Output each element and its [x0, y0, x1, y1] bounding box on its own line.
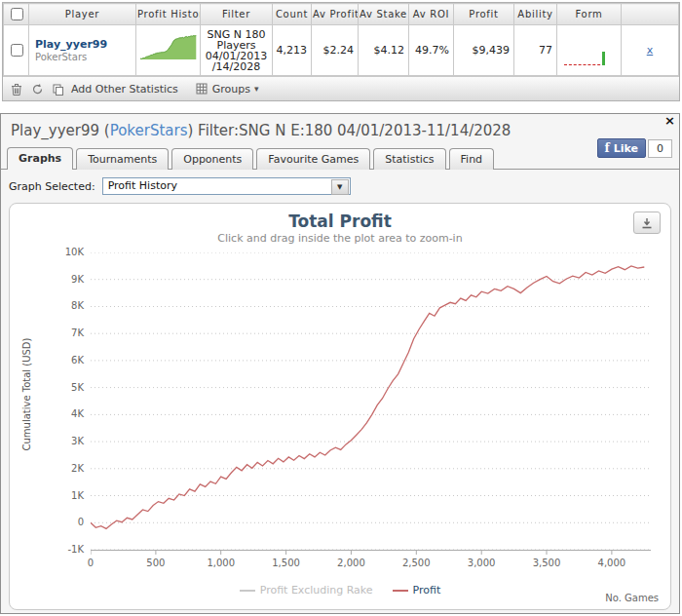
y-tick-label: 5K — [33, 382, 84, 393]
legend-profit[interactable]: Profit — [393, 584, 441, 597]
facebook-like-button[interactable]: f Like — [597, 138, 646, 158]
col-av-roi[interactable]: Av ROI — [409, 4, 454, 25]
remove-cell: x — [622, 25, 679, 76]
like-count: 0 — [648, 139, 672, 158]
download-icon — [641, 217, 653, 229]
plot-area[interactable]: Cumulative Total (USD) -1K01K2K3K4K5K6K7… — [18, 252, 663, 574]
select-all-checkbox[interactable] — [11, 8, 23, 20]
y-tick-label: 2K — [33, 463, 84, 474]
title-rest: ) Filter:SNG N E:180 04/01/2013-11/14/20… — [187, 122, 511, 139]
col-av-stake[interactable]: Av Stake — [359, 4, 409, 25]
panel-title: Play_yyer99 (PokerStars) Filter:SNG N E:… — [1, 114, 679, 144]
player-cell[interactable]: Play_yyer99 PokerStars — [29, 25, 136, 76]
y-tick-label: 1K — [33, 490, 84, 501]
col-av-profit[interactable]: Av Profit — [312, 4, 359, 25]
profit-value: $9,439 — [454, 25, 514, 76]
download-chart-button[interactable] — [633, 212, 661, 234]
x-axis-title: No. Games — [605, 593, 659, 603]
y-tick-label: 6K — [33, 355, 84, 366]
tab-opponents[interactable]: Opponents — [171, 148, 253, 170]
x-tick-label: 3,000 — [457, 558, 506, 568]
row-checkbox[interactable] — [11, 44, 23, 57]
facebook-icon: f — [605, 141, 610, 155]
y-axis-title: Cumulative Total (USD) — [21, 331, 32, 458]
legend-profit-excluding-rake[interactable]: Profit Excluding Rake — [240, 584, 373, 597]
player-name[interactable]: Play_yyer99 — [35, 38, 134, 51]
groups-button[interactable]: Groups ▾ — [195, 82, 259, 96]
profit-chart[interactable]: Total Profit Click and drag inside the p… — [9, 203, 671, 610]
tab-graphs[interactable]: Graphs — [7, 147, 73, 170]
close-icon[interactable]: × — [664, 114, 675, 127]
av-stake-value: $4.12 — [359, 25, 409, 76]
y-tick-label: 4K — [33, 408, 84, 419]
form-chart — [564, 45, 613, 70]
facebook-like-widget: f Like 0 — [597, 138, 672, 158]
copy-icon[interactable] — [51, 82, 64, 96]
form-green-bar — [602, 52, 605, 65]
chart-title: Total Profit — [18, 212, 663, 231]
remove-row-link[interactable]: x — [647, 44, 654, 57]
groups-label: Groups — [212, 83, 250, 96]
x-tick-label: 2,500 — [392, 558, 440, 568]
graph-select-dropdown[interactable]: Profit History ▼ — [102, 177, 351, 195]
av-roi-value: 49.7% — [409, 25, 454, 76]
filter-line: Players — [202, 40, 271, 51]
refresh-icon[interactable] — [30, 82, 44, 96]
profit-history-sparkline — [139, 34, 198, 63]
dropdown-arrow-icon: ▼ — [331, 179, 349, 195]
x-tick-label: 4,000 — [587, 558, 636, 568]
player-site: PokerStars — [35, 52, 134, 62]
add-other-statistics-button[interactable]: Add Other Statistics — [71, 83, 178, 96]
col-form[interactable]: Form — [557, 4, 622, 25]
col-profit[interactable]: Profit — [454, 4, 514, 25]
tab-bar: Graphs Tournaments Opponents Favourite G… — [1, 144, 679, 170]
row-select-cell — [4, 25, 29, 76]
form-dashed-line — [564, 64, 605, 65]
col-count[interactable]: Count — [273, 4, 312, 25]
table-row[interactable]: Play_yyer99 PokerStars SNG N 180 Players… — [4, 25, 679, 76]
form-cell — [557, 25, 622, 76]
tab-favourite-games[interactable]: Favourite Games — [256, 148, 370, 170]
y-tick-label: 7K — [33, 327, 84, 338]
x-tick-label: 3,500 — [522, 558, 571, 568]
filter-cell: SNG N 180 Players 04/01/2013 /14/2028 — [201, 25, 273, 76]
profit-history-cell[interactable] — [136, 25, 201, 76]
y-tick-label: 10K — [33, 247, 84, 257]
plot-svg — [91, 252, 654, 566]
title-player: Play_yyer99 — [11, 122, 99, 139]
col-ability[interactable]: Ability — [514, 4, 557, 25]
like-label: Like — [614, 142, 638, 155]
graph-selected-label: Graph Selected: — [9, 180, 95, 193]
legend-label: Profit — [413, 584, 441, 597]
col-profit-history[interactable]: Profit Histor — [136, 4, 201, 25]
col-player[interactable]: Player — [29, 4, 136, 25]
x-tick-label: 1,000 — [197, 558, 246, 568]
av-profit-value: $2.24 — [312, 25, 359, 76]
graph-select-row: Graph Selected: Profit History ▼ — [1, 170, 679, 199]
col-filter[interactable]: Filter — [201, 4, 273, 25]
graph-select-value: Profit History — [103, 179, 177, 192]
header-select-all — [4, 4, 29, 25]
legend-label: Profit Excluding Rake — [260, 584, 373, 597]
grid-icon — [195, 82, 208, 96]
legend-swatch — [240, 590, 255, 592]
x-tick-label: 500 — [132, 558, 180, 568]
tab-tournaments[interactable]: Tournaments — [76, 148, 169, 170]
tab-statistics[interactable]: Statistics — [373, 148, 445, 170]
chart-legend: Profit Excluding Rake Profit — [18, 584, 663, 597]
x-tick-label: 2,000 — [326, 558, 375, 568]
count-value: 4,213 — [273, 25, 312, 76]
results-table: Player Profit Histor Filter Count Av Pro… — [2, 2, 680, 101]
title-site[interactable]: PokerStars — [110, 122, 188, 139]
x-tick-label: 1,500 — [262, 558, 311, 568]
col-remove — [622, 4, 679, 25]
y-tick-label: 9K — [33, 274, 84, 285]
chart-subtitle: Click and drag inside the plot area to z… — [18, 232, 663, 245]
y-tick-label: -1K — [33, 544, 84, 555]
tab-find[interactable]: Find — [449, 148, 495, 170]
x-axis-labels: 05001,0001,5002,0002,5003,0003,5004,000 — [18, 558, 663, 571]
x-tick-label: 0 — [66, 558, 115, 568]
ability-value: 77 — [514, 25, 557, 76]
trash-icon[interactable] — [10, 82, 23, 96]
legend-swatch — [393, 590, 408, 592]
